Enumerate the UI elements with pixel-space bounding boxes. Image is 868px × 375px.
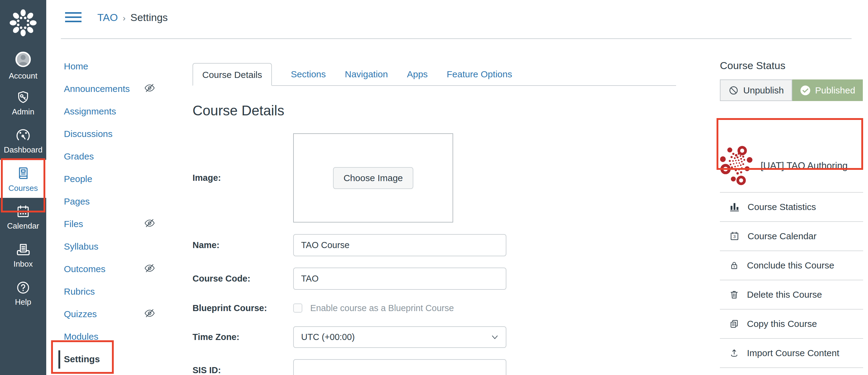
course-nav-settings[interactable]: Settings (64, 348, 180, 370)
trash-icon (729, 289, 739, 300)
course-nav-label: Files (64, 219, 83, 229)
course-nav-quizzes[interactable]: Quizzes (64, 303, 180, 325)
choose-image-button[interactable]: Choose Image (333, 167, 413, 189)
action-label: Delete this Course (747, 289, 822, 300)
external-app-uat-tao-authoring[interactable]: [UAT] TAO Authoring (720, 139, 863, 193)
breadcrumb: TAO › Settings (97, 11, 168, 24)
tab-course-details[interactable]: Course Details (192, 63, 272, 86)
course-nav-label: Modules (64, 331, 98, 342)
canvas-logo-icon (8, 8, 38, 38)
inbox-icon (15, 242, 31, 257)
tao-logo-icon (720, 144, 759, 188)
delete-course-link[interactable]: Delete this Course (720, 280, 863, 310)
global-nav-item-courses[interactable]: Courses (0, 160, 46, 198)
sis-id-input[interactable] (293, 359, 506, 375)
course-nav-grades[interactable]: Grades (64, 145, 180, 168)
course-nav-syllabus[interactable]: Syllabus (64, 235, 180, 258)
course-statistics-link[interactable]: Course Statistics (720, 193, 863, 222)
action-label: Course Calendar (748, 231, 816, 241)
svg-text:3: 3 (733, 234, 736, 239)
time-zone-value: UTC (+00:00) (301, 332, 354, 342)
course-nav-people[interactable]: People (64, 168, 180, 190)
global-nav-item-dashboard[interactable]: Dashboard (0, 122, 46, 160)
ban-icon (728, 85, 739, 95)
course-code-row: Course Code: (192, 267, 676, 290)
course-nav-outcomes[interactable]: Outcomes (64, 258, 180, 280)
settings-tabs: Course Details Sections Navigation Apps … (192, 63, 676, 86)
global-nav-item-calendar[interactable]: Calendar (0, 198, 46, 236)
name-row: Name: (192, 234, 676, 256)
blueprint-checkbox[interactable] (293, 304, 302, 313)
course-nav-label: Home (64, 61, 88, 71)
global-nav-item-help[interactable]: Help (0, 274, 46, 312)
course-nav-files[interactable]: Files (64, 213, 180, 235)
breadcrumb-course-link[interactable]: TAO (97, 11, 118, 24)
published-button[interactable]: Published (792, 80, 863, 101)
course-nav-label: Rubrics (64, 286, 95, 297)
canvas-logo[interactable] (0, 0, 46, 46)
lock-icon (729, 260, 739, 270)
global-nav-label: Calendar (7, 222, 39, 230)
export-course-content-link[interactable]: Export Course Content (720, 368, 863, 375)
copy-course-link[interactable]: Copy this Course (720, 310, 863, 339)
tab-sections[interactable]: Sections (291, 63, 326, 86)
course-nav-discussions[interactable]: Discussions (64, 123, 180, 145)
hamburger-menu-icon[interactable] (65, 12, 82, 25)
course-code-input[interactable] (293, 267, 506, 290)
global-nav-item-inbox[interactable]: Inbox (0, 236, 46, 274)
course-nav-modules[interactable]: Modules (64, 325, 180, 348)
course-nav-home[interactable]: Home (64, 55, 180, 78)
active-indicator-bar (58, 350, 60, 369)
course-status-heading: Course Status (720, 60, 863, 71)
image-row: Image: Choose Image (192, 133, 676, 223)
course-nav-rubrics[interactable]: Rubrics (64, 280, 180, 303)
external-app-label: [UAT] TAO Authoring (761, 161, 848, 171)
global-nav-label: Admin (12, 108, 34, 116)
import-course-content-link[interactable]: Import Course Content (720, 339, 863, 368)
blueprint-row: Blueprint Course: Enable course as a Blu… (192, 301, 676, 315)
course-image-dropzone[interactable]: Choose Image (293, 133, 453, 223)
course-details-form: Image: Choose Image Name: Course Code: B… (192, 133, 676, 375)
top-header: TAO › Settings (46, 0, 868, 39)
breadcrumb-page: Settings (130, 11, 168, 24)
dashboard-gauge-icon (14, 128, 32, 143)
course-nav-assignments[interactable]: Assignments (64, 100, 180, 123)
tab-apps[interactable]: Apps (407, 63, 428, 86)
course-actions-list: Course Statistics 3 Course Calendar Conc… (720, 193, 863, 375)
course-name-input[interactable] (293, 234, 506, 256)
tab-navigation[interactable]: Navigation (345, 63, 388, 86)
time-zone-label: Time Zone: (192, 332, 293, 342)
unpublish-button[interactable]: Unpublish (720, 80, 792, 101)
bar-chart-icon (729, 202, 740, 212)
course-nav-label: Outcomes (64, 264, 105, 274)
image-label: Image: (192, 173, 293, 183)
course-calendar-link[interactable]: 3 Course Calendar (720, 222, 863, 251)
copy-icon (729, 319, 739, 329)
course-nav-label: Quizzes (64, 309, 97, 319)
published-label: Published (815, 85, 855, 95)
eye-slash-icon (144, 263, 156, 273)
global-nav-item-admin[interactable]: Admin (0, 84, 46, 122)
course-nav-pages[interactable]: Pages (64, 190, 180, 213)
course-nav-label: Grades (64, 151, 94, 162)
course-nav: Home Announcements Assignments Discussio… (64, 55, 180, 370)
conclude-course-link[interactable]: Conclude this Course (720, 251, 863, 280)
global-nav-label: Account (9, 72, 37, 80)
global-nav: Account Admin Dashboard (0, 0, 46, 375)
course-nav-label: Announcements (64, 84, 130, 94)
course-nav-label: People (64, 174, 92, 184)
global-nav-item-account[interactable]: Account (0, 46, 46, 84)
publish-button-group: Unpublish Published (720, 80, 863, 101)
course-code-label: Course Code: (192, 273, 293, 284)
calendar-icon (16, 204, 31, 219)
page-title: Course Details (192, 102, 676, 119)
main-content: Course Details Sections Navigation Apps … (192, 63, 676, 375)
blueprint-label: Blueprint Course: (192, 303, 293, 313)
course-nav-announcements[interactable]: Announcements (64, 78, 180, 100)
time-zone-select[interactable]: UTC (+00:00) (293, 326, 506, 348)
tab-feature-options[interactable]: Feature Options (447, 63, 512, 86)
action-label: Copy this Course (747, 319, 817, 329)
global-nav-list: Account Admin Dashboard (0, 46, 46, 312)
eye-slash-icon (144, 83, 156, 93)
canvas-settings-page: Account Admin Dashboard (0, 0, 868, 375)
